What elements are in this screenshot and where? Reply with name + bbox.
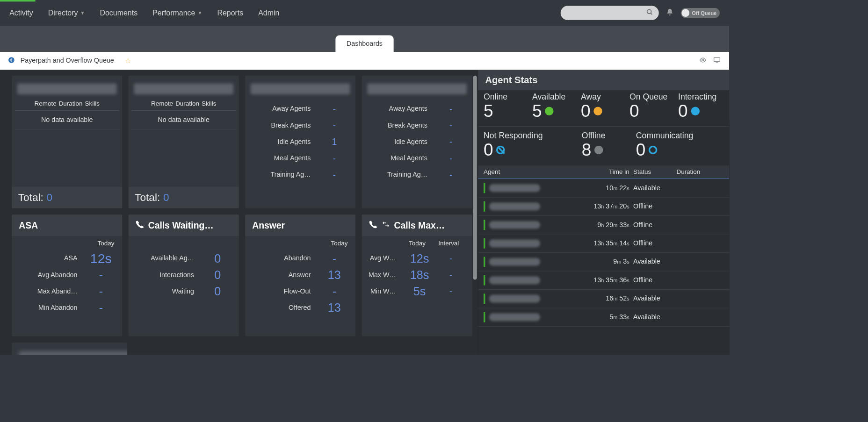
stat-row: Offered13 xyxy=(251,300,350,316)
stat-row: Max Aband…- xyxy=(17,283,117,300)
time-in-status: 13h 35m 14s xyxy=(582,239,629,247)
star-icon[interactable]: ☆ xyxy=(125,57,131,65)
agent-table: Agent Time in Status Duration 10m 22s Av… xyxy=(478,165,729,355)
stat-row: Min Abandon- xyxy=(17,300,117,316)
agent-name-redacted xyxy=(489,202,540,210)
calls-waiting-widget: Calls Waiting… Available Ag…0Interaction… xyxy=(129,215,239,336)
stat-row: Waiting0 xyxy=(134,283,233,300)
breadcrumb-title: Payerpath and Overflow Queue xyxy=(21,57,114,65)
row-status-tick xyxy=(484,312,485,322)
row-status-tick xyxy=(484,275,485,286)
bell-icon[interactable] xyxy=(666,8,674,18)
breadcrumb-bar: Payerpath and Overflow Queue ☆ xyxy=(0,52,729,70)
time-in-status: 9h 29m 33s xyxy=(582,221,629,229)
stat-row: Break Agents- xyxy=(251,117,350,133)
phone-icon xyxy=(136,220,144,230)
performance-widget xyxy=(12,342,127,354)
row-status-tick xyxy=(484,201,485,212)
stat-online: Online 5 xyxy=(484,92,529,121)
row-status-tick xyxy=(484,257,485,267)
stat-row: Avg Abandon- xyxy=(17,266,117,283)
queue-widget-1: Remote Duration Skills No data available… xyxy=(12,75,122,208)
widget-title: Calls Waiting… xyxy=(129,215,239,236)
stat-row: Idle Agents- xyxy=(367,134,467,150)
time-in-status: 10m 22s xyxy=(582,184,629,192)
agent-row[interactable]: 9h 29m 33s Offline xyxy=(478,216,729,234)
nav-performance[interactable]: Performance▼ xyxy=(152,8,202,17)
widget-title: Answer xyxy=(245,215,355,236)
agent-name-redacted xyxy=(489,221,540,229)
total-row: Total: 0 xyxy=(12,186,122,208)
svg-rect-4 xyxy=(714,57,720,61)
stat-row: Min W…5s- xyxy=(367,283,467,300)
stat-away: Away 0 xyxy=(581,92,626,121)
agent-row[interactable]: 9m 3s Available xyxy=(478,253,729,271)
status-dot-blue xyxy=(691,107,699,115)
agent-status-widget-1: Away Agents-Break Agents-Idle Agents1Mea… xyxy=(245,75,355,208)
tab-dashboards[interactable]: Dashboards xyxy=(335,36,393,52)
agent-row[interactable]: 5m 33s Available xyxy=(478,308,729,326)
eye-icon[interactable] xyxy=(699,57,707,65)
time-in-status: 9m 3s xyxy=(582,258,629,266)
top-navbar: Activity Directory▼ Documents Performanc… xyxy=(0,0,729,26)
agent-row[interactable]: 13h 35m 14s Offline xyxy=(478,234,729,252)
total-row: Total: 0 xyxy=(129,186,239,208)
dashboard-left: Remote Duration Skills No data available… xyxy=(0,70,477,355)
agent-name-redacted xyxy=(489,239,540,247)
stat-row: Answer13 xyxy=(251,266,350,283)
column-headers: Today Interval xyxy=(367,238,467,250)
svg-line-1 xyxy=(651,13,652,14)
agent-status-widget-2: Away Agents-Break Agents-Idle Agents-Mea… xyxy=(362,75,472,208)
status-text: Offline xyxy=(629,276,677,284)
scrollbar-thumb[interactable] xyxy=(473,75,477,279)
search-box[interactable] xyxy=(561,6,659,20)
nav-documents[interactable]: Documents xyxy=(100,8,137,17)
caret-down-icon: ▼ xyxy=(80,10,85,16)
calls-max-widget: Calls Max… Today Interval Avg W…12s-Max … xyxy=(362,215,472,336)
widget-title-redacted xyxy=(251,83,350,94)
stat-onqueue: On Queue 0 xyxy=(629,92,675,121)
agent-row[interactable]: 13h 37m 20s Offline xyxy=(478,198,729,216)
status-dot-grey xyxy=(594,146,603,154)
agent-row[interactable]: 16m 52s Available xyxy=(478,290,729,308)
stat-row: Avg W…12s- xyxy=(367,250,467,266)
status-text: Available xyxy=(629,313,677,321)
status-text: Available xyxy=(629,184,677,192)
widget-title-redacted xyxy=(134,83,233,94)
loading-indicator xyxy=(0,0,36,1)
column-header: Today xyxy=(17,238,117,250)
agent-row[interactable]: 13h 35m 36s Offline xyxy=(478,271,729,289)
row-status-tick xyxy=(484,220,485,230)
search-input[interactable] xyxy=(566,10,646,16)
widget-title-redacted xyxy=(367,83,467,94)
caret-down-icon: ▼ xyxy=(198,10,203,16)
stat-row: Meal Agents- xyxy=(367,150,467,166)
monitor-icon[interactable] xyxy=(713,57,721,65)
nav-directory[interactable]: Directory▼ xyxy=(48,8,85,17)
agent-name-redacted xyxy=(489,295,540,303)
nav-admin[interactable]: Admin xyxy=(258,8,279,17)
row-status-tick xyxy=(484,293,485,304)
agent-row[interactable]: 10m 22s Available xyxy=(478,179,729,197)
transfer-icon xyxy=(382,220,390,230)
widget-title: ASA xyxy=(12,215,122,236)
back-icon[interactable] xyxy=(8,57,15,65)
widget-title-redacted xyxy=(17,83,117,94)
column-header: Today xyxy=(251,238,350,250)
queue-toggle[interactable]: Off Queue xyxy=(681,8,720,18)
search-icon[interactable] xyxy=(646,8,653,17)
stat-available: Available 5 xyxy=(532,92,578,121)
svg-point-0 xyxy=(647,9,651,14)
no-data-message: No data available xyxy=(15,110,119,129)
stat-offline: Offline 8 xyxy=(582,131,633,160)
nav-reports[interactable]: Reports xyxy=(217,8,243,17)
stat-row: Break Agents- xyxy=(367,117,467,133)
widget-title: Calls Max… xyxy=(362,215,472,236)
stat-row: ASA12s xyxy=(17,250,117,266)
stat-row: Max W…18s- xyxy=(367,266,467,283)
table-header: Remote Duration Skills xyxy=(15,98,119,110)
status-text: Offline xyxy=(629,239,677,247)
svg-point-3 xyxy=(702,59,704,61)
no-data-message: No data available xyxy=(131,110,236,129)
nav-activity[interactable]: Activity xyxy=(9,8,33,17)
